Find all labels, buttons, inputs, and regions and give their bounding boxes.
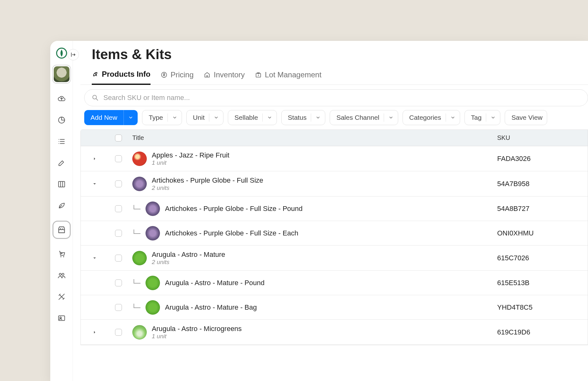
- save-view-button[interactable]: Save View: [505, 110, 547, 125]
- product-thumbnail: [146, 202, 160, 216]
- row-checkbox[interactable]: [115, 304, 122, 311]
- filter-type[interactable]: Type: [142, 110, 182, 125]
- table-row[interactable]: Arugula - Astro - Mature2 units615C7026: [81, 246, 588, 271]
- product-sku: ONI0XHMU: [493, 229, 588, 237]
- product-title: Arugula - Astro - Mature - Bag: [165, 303, 257, 312]
- leaf-icon[interactable]: [55, 199, 68, 212]
- filter-sellable[interactable]: Sellable: [228, 110, 277, 125]
- page-title: Items & Kits: [80, 41, 588, 65]
- list-icon[interactable]: [55, 135, 68, 148]
- chevron-down-icon: [388, 115, 393, 120]
- table-row[interactable]: Artichokes - Purple Globe - Full Size - …: [81, 221, 588, 246]
- child-indent-icon: [134, 304, 140, 308]
- col-sku[interactable]: SKU: [493, 134, 588, 141]
- child-indent-icon: [134, 279, 140, 284]
- sidebar: [50, 41, 73, 381]
- add-new-button[interactable]: Add New: [84, 110, 138, 125]
- columns-icon[interactable]: [55, 178, 68, 190]
- filter-unit[interactable]: Unit: [186, 110, 223, 125]
- contact-card-icon[interactable]: [55, 312, 68, 324]
- tools-icon[interactable]: [55, 290, 68, 303]
- row-checkbox[interactable]: [115, 329, 122, 336]
- expand-toggle[interactable]: [81, 256, 105, 261]
- product-title: Arugula - Astro - Mature: [152, 250, 225, 259]
- filter-sales-channel[interactable]: Sales Channel: [330, 110, 398, 125]
- product-units: 2 units: [152, 259, 225, 266]
- child-indent-icon: [134, 229, 140, 234]
- product-thumbnail: [132, 177, 147, 191]
- expand-toggle[interactable]: [81, 156, 105, 161]
- product-title: Artichokes - Purple Globe - Full Size: [152, 176, 263, 185]
- tabs: Products Info Pricing Inventory Lot Mana…: [80, 65, 588, 85]
- expand-toggle[interactable]: [81, 330, 105, 335]
- select-all-checkbox[interactable]: [115, 135, 122, 141]
- row-checkbox[interactable]: [115, 205, 122, 212]
- svg-point-3: [60, 256, 61, 257]
- product-title: Artichokes - Purple Globe - Full Size - …: [165, 229, 298, 238]
- child-indent-icon: [134, 205, 140, 209]
- row-checkbox[interactable]: [115, 279, 122, 286]
- cloud-upload-icon[interactable]: [55, 92, 68, 105]
- product-title: Artichokes - Purple Globe - Full Size - …: [165, 204, 303, 213]
- row-checkbox[interactable]: [115, 230, 122, 237]
- filter-status[interactable]: Status: [281, 110, 326, 125]
- tab-pricing[interactable]: Pricing: [161, 70, 194, 85]
- app-window: Items & Kits Products Info Pricing Inven…: [50, 41, 588, 381]
- chevron-down-icon: [450, 115, 455, 120]
- row-checkbox[interactable]: [115, 155, 122, 162]
- chevron-down-icon: [172, 115, 177, 120]
- product-sku: 615E513B: [493, 279, 588, 287]
- tab-products-info[interactable]: Products Info: [92, 70, 151, 85]
- add-new-label[interactable]: Add New: [84, 110, 124, 125]
- table-header: Title SKU: [81, 130, 588, 146]
- search-icon: [91, 94, 99, 102]
- product-sku: 619C19D6: [493, 328, 588, 336]
- filter-tag[interactable]: Tag: [464, 110, 501, 125]
- workspace-avatar[interactable]: [52, 65, 71, 84]
- tab-label: Lot Management: [265, 70, 321, 79]
- add-new-dropdown[interactable]: [124, 110, 138, 125]
- svg-point-4: [63, 256, 64, 257]
- row-checkbox[interactable]: [115, 255, 122, 262]
- table-row[interactable]: Arugula - Astro - Microgreens1 unit619C1…: [81, 320, 588, 345]
- tab-label: Inventory: [214, 70, 245, 79]
- svg-rect-2: [58, 181, 65, 187]
- table-row[interactable]: Artichokes - Purple Globe - Full Size - …: [81, 196, 588, 221]
- product-thumbnail: [146, 226, 160, 240]
- product-units: 1 unit: [152, 333, 242, 340]
- product-sku: 615C7026: [493, 254, 588, 262]
- product-thumbnail: [132, 251, 147, 265]
- table-row[interactable]: Arugula - Astro - Mature - BagYHD4T8C5: [81, 295, 588, 320]
- product-sku: YHD4T8C5: [493, 303, 588, 312]
- product-thumbnail: [132, 325, 147, 340]
- toolbar: Add New Type Unit Sellable Status Sales …: [80, 110, 588, 130]
- edit-icon[interactable]: [55, 157, 68, 169]
- chevron-down-icon: [267, 115, 272, 120]
- product-units: 2 units: [152, 185, 263, 191]
- cart-icon[interactable]: [55, 248, 68, 260]
- pie-chart-icon[interactable]: [55, 114, 68, 126]
- sidebar-collapse-button[interactable]: [68, 49, 79, 60]
- tab-label: Pricing: [171, 70, 194, 79]
- expand-toggle[interactable]: [81, 181, 105, 186]
- main-content: Items & Kits Products Info Pricing Inven…: [73, 41, 588, 381]
- search-placeholder: Search SKU or Item name...: [103, 94, 190, 102]
- store-icon[interactable]: [52, 221, 71, 239]
- filter-categories[interactable]: Categories: [403, 110, 460, 125]
- svg-point-12: [93, 95, 96, 99]
- product-units: 1 unit: [152, 159, 229, 166]
- product-sku: 54A7B958: [493, 180, 588, 188]
- product-thumbnail: [146, 300, 160, 315]
- users-icon[interactable]: [55, 269, 68, 282]
- tab-lot-management[interactable]: Lot Management: [255, 70, 321, 85]
- brand-logo[interactable]: [55, 47, 68, 60]
- product-title: Apples - Jazz - Ripe Fruit: [152, 151, 229, 160]
- search-input[interactable]: Search SKU or Item name...: [84, 89, 588, 106]
- col-title[interactable]: Title: [129, 134, 493, 141]
- table-row[interactable]: Arugula - Astro - Mature - Pound615E513B: [81, 271, 588, 295]
- tab-label: Products Info: [102, 70, 151, 79]
- table-row[interactable]: Apples - Jazz - Ripe Fruit1 unitFADA3026: [81, 146, 588, 171]
- table-row[interactable]: Artichokes - Purple Globe - Full Size2 u…: [81, 171, 588, 196]
- tab-inventory[interactable]: Inventory: [204, 70, 245, 85]
- row-checkbox[interactable]: [115, 180, 122, 187]
